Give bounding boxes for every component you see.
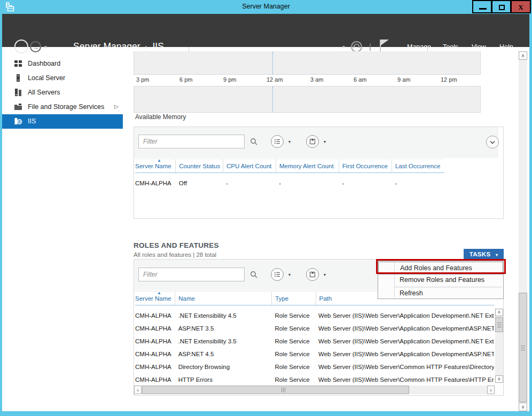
filter-presets-caret-icon[interactable]: ▾ — [288, 272, 291, 277]
col-header-counter-status[interactable]: Counter Status — [175, 159, 223, 172]
menu-item-refresh[interactable]: Refresh — [378, 287, 503, 299]
chevron-down-icon — [487, 136, 498, 148]
table-row[interactable]: CMH-ALPHA Directory Browsing Role Servic… — [135, 360, 494, 373]
sidebar-item-iis[interactable]: IIS — [2, 114, 123, 129]
menu-tools[interactable]: Tools — [443, 43, 458, 51]
collapse-panel-button[interactable] — [486, 136, 499, 148]
table-row[interactable]: CMH-ALPHA Off - - - - — [135, 177, 444, 190]
performance-table-header: Server Name Counter Status CPU Alert Cou… — [135, 159, 444, 173]
breadcrumb-server-manager[interactable]: Server Manager — [73, 41, 140, 52]
table-row[interactable]: CMH-ALPHA HTTP Errors Role Service Web S… — [135, 373, 494, 386]
time-tick: 3 pm — [136, 76, 149, 83]
save-query-caret-icon[interactable]: ▾ — [324, 272, 326, 277]
col-header-name[interactable]: Name — [175, 292, 271, 305]
separator-pipe-icon: | — [369, 42, 371, 51]
col-header-type[interactable]: Type — [271, 292, 315, 305]
cpu-chart-panel — [134, 51, 481, 75]
table-row[interactable]: CMH-ALPHA ASP.NET 3.5 Role Service Web S… — [135, 322, 494, 335]
thumb-grip-icon — [281, 388, 285, 393]
time-tick: 12 pm — [441, 76, 457, 83]
chart-cursor-line — [272, 87, 273, 112]
tasks-menu: Add Roles and Features Remove Roles and … — [378, 261, 504, 299]
chevron-up-icon: ∧ — [521, 53, 525, 58]
scroll-down-button[interactable]: ∨ — [519, 403, 527, 411]
table-row[interactable]: CMH-ALPHA .NET Extensibility 3.5 Role Se… — [135, 335, 494, 348]
chevron-left-icon: ‹ — [137, 387, 139, 393]
filter-presets-caret-icon[interactable]: ▾ — [288, 139, 291, 144]
col-header-last-occurrence[interactable]: Last Occurrence — [392, 159, 444, 172]
scroll-right-button[interactable]: › — [487, 386, 495, 394]
local-server-icon — [14, 74, 22, 82]
filter-presets-button[interactable] — [271, 268, 284, 281]
roles-table-scrollbar[interactable]: ∧ ∨ — [495, 309, 503, 383]
time-tick: 9 pm — [223, 76, 236, 83]
sidebar-item-file-storage-services[interactable]: File and Storage Services ▷ — [2, 100, 123, 114]
menu-help[interactable]: Help — [499, 43, 513, 51]
col-header-memory-alert[interactable]: Memory Alert Count — [276, 159, 339, 172]
col-header-server-name[interactable]: Server Name — [135, 292, 175, 305]
time-tick: 12 am — [267, 76, 283, 83]
address-dropdown[interactable]: ▾ — [342, 44, 345, 50]
col-header-server-name[interactable]: Server Name — [135, 159, 175, 172]
scroll-left-button[interactable]: ‹ — [134, 386, 142, 394]
scroll-down-button[interactable]: ∨ — [495, 375, 503, 383]
menu-item-remove-roles-and-features[interactable]: Remove Roles and Features — [378, 274, 503, 286]
minimize-icon — [479, 8, 487, 10]
thumb-grip-icon — [497, 323, 502, 327]
sidebar-item-all-servers[interactable]: All Servers — [2, 85, 123, 100]
table-row[interactable]: CMH-ALPHA ASP.NET 4.5 Role Service Web S… — [135, 348, 494, 360]
sidebar-item-dashboard[interactable]: Dashboard — [2, 57, 123, 71]
back-button[interactable]: ← — [14, 40, 28, 53]
maximize-button[interactable] — [491, 0, 511, 13]
chevron-right-icon: › — [490, 387, 492, 393]
forward-button[interactable]: → — [30, 41, 41, 52]
close-button[interactable]: X — [511, 0, 531, 13]
table-row[interactable]: CMH-ALPHA .NET Extensibility 4.5 Role Se… — [135, 309, 494, 322]
performance-filter-input[interactable] — [138, 135, 245, 148]
refresh-icon — [352, 42, 361, 51]
time-tick: 6 am — [354, 76, 366, 83]
scroll-up-button[interactable]: ∧ — [519, 51, 527, 60]
breadcrumb: Server Manager›IIS — [73, 41, 164, 52]
chevron-down-icon: ∨ — [498, 376, 501, 381]
scroll-thumb[interactable] — [495, 317, 503, 332]
sidebar-item-local-server[interactable]: Local Server — [2, 71, 123, 85]
history-dropdown[interactable]: ▾ — [44, 44, 47, 50]
tasks-caret-icon: ▾ — [492, 253, 498, 257]
expand-arrow-icon[interactable]: ▷ — [114, 104, 119, 109]
scroll-thumb[interactable] — [519, 293, 527, 402]
time-tick: 9 am — [397, 76, 410, 83]
iis-icon — [14, 117, 22, 125]
forward-icon: → — [32, 43, 39, 51]
list-icon — [271, 269, 283, 280]
floppy-icon — [307, 136, 318, 147]
menu-view[interactable]: View — [472, 43, 486, 51]
menu-item-add-roles-and-features[interactable]: Add Roles and Features — [378, 262, 503, 274]
roles-table-hscrollbar[interactable]: ‹ › — [134, 386, 495, 394]
window-border-right — [529, 14, 532, 416]
col-header-cpu-alert[interactable]: CPU Alert Count — [223, 159, 276, 172]
minimize-button[interactable] — [472, 0, 492, 13]
chevron-up-icon: ∧ — [498, 310, 501, 315]
tasks-button[interactable]: TASKS ▾ — [464, 249, 504, 260]
search-icon — [250, 138, 258, 146]
roles-filter-input[interactable] — [138, 268, 245, 281]
title-bar: Server Manager X — [0, 0, 532, 14]
memory-chart-panel — [134, 86, 481, 113]
refresh-button[interactable] — [351, 41, 362, 52]
filter-presets-button[interactable] — [271, 135, 284, 148]
main-scrollbar[interactable]: ∧ ∨ — [519, 51, 527, 411]
breadcrumb-separator-icon: › — [140, 42, 152, 51]
save-query-caret-icon[interactable]: ▾ — [324, 139, 326, 144]
col-header-first-occurrence[interactable]: First Occurrence — [339, 159, 392, 172]
chevron-down-icon: ∨ — [521, 404, 525, 410]
save-query-button[interactable] — [306, 268, 319, 281]
scroll-up-button[interactable]: ∧ — [495, 309, 503, 316]
scroll-thumb[interactable] — [142, 386, 409, 394]
window-border-bottom — [0, 411, 532, 416]
back-icon: ← — [17, 43, 26, 52]
file-storage-icon — [14, 103, 22, 111]
save-query-button[interactable] — [306, 135, 319, 148]
tile-remnant-divider — [189, 47, 189, 51]
thumb-grip-icon — [521, 346, 525, 350]
